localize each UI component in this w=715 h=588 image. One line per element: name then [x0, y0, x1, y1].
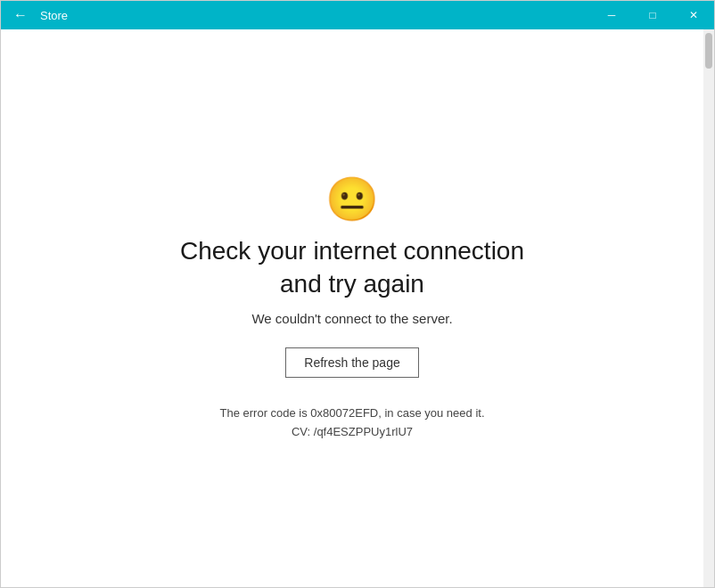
maximize-button[interactable]: □ [632, 1, 673, 29]
close-button[interactable]: ✕ [673, 1, 714, 29]
error-container: 😐 Check your internet connection and try… [180, 178, 524, 438]
error-title-line1: Check your internet connection [180, 237, 524, 265]
titlebar-left: ← Store [8, 3, 68, 28]
error-code: The error code is 0x80072EFD, in case yo… [220, 406, 485, 420]
app-title: Store [40, 9, 68, 22]
back-button[interactable]: ← [8, 3, 33, 28]
content-area: 😐 Check your internet connection and try… [1, 29, 703, 587]
maximize-icon: □ [649, 9, 655, 21]
scrollbar[interactable] [703, 29, 714, 587]
scrollbar-thumb[interactable] [705, 33, 712, 69]
sad-face-icon: 😐 [325, 178, 379, 221]
refresh-button[interactable]: Refresh the page [285, 347, 418, 378]
close-icon: ✕ [689, 9, 698, 21]
error-title: Check your internet connection and try a… [180, 235, 524, 300]
main-area: 😐 Check your internet connection and try… [1, 29, 714, 587]
minimize-button[interactable]: ─ [591, 1, 632, 29]
titlebar: ← Store ─ □ ✕ [1, 1, 714, 29]
minimize-icon: ─ [608, 9, 616, 21]
error-subtitle: We couldn't connect to the server. [251, 311, 452, 326]
back-icon: ← [13, 7, 28, 23]
error-title-line2: and try again [280, 270, 424, 298]
app-window: ← Store ─ □ ✕ 😐 Check your internet conn… [0, 0, 715, 588]
cv-code: CV: /qf4ESZPPUy1rlU7 [292, 425, 413, 438]
window-controls: ─ □ ✕ [591, 1, 714, 29]
